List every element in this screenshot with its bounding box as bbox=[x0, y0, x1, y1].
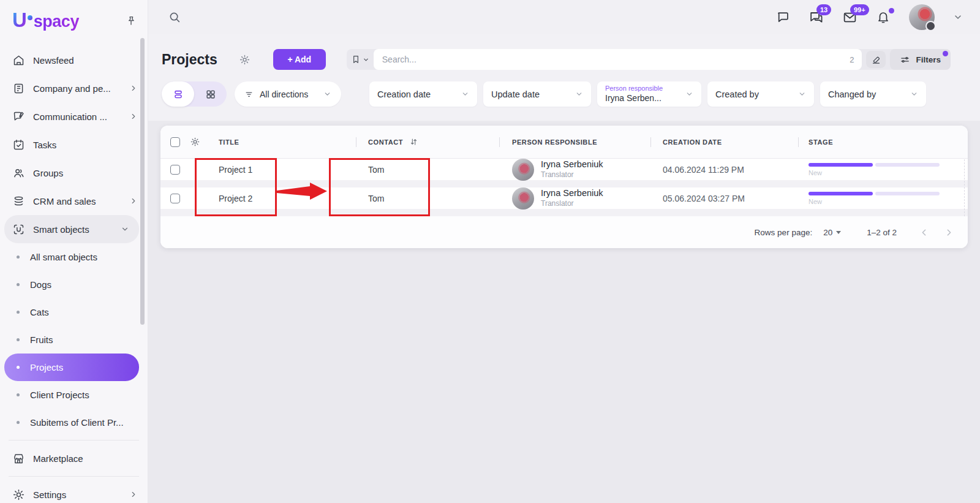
sidebar-subitem-cats[interactable]: Cats bbox=[0, 298, 148, 326]
stage-bars bbox=[809, 192, 940, 195]
sidebar-item-smart-objects[interactable]: Smart objects bbox=[4, 215, 139, 243]
chevron-down-icon bbox=[121, 225, 129, 233]
feedback-button[interactable] bbox=[775, 10, 790, 25]
saved-filters-button[interactable] bbox=[347, 55, 374, 64]
person-info: Iryna Serbeniuk Translator bbox=[541, 187, 603, 208]
sidebar-item-label: Newsfeed bbox=[33, 55, 74, 66]
stage-label: New bbox=[809, 169, 940, 176]
select-all-checkbox[interactable] bbox=[170, 137, 180, 147]
table-row[interactable]: Project 2 Tom Iryna Serbeniuk Translator… bbox=[160, 187, 968, 216]
sidebar-subitem-label: Fruits bbox=[30, 335, 53, 345]
directions-label: All directions bbox=[260, 89, 308, 99]
sidebar-item-company-and-people[interactable]: Company and pe... bbox=[0, 74, 148, 102]
rows-per-page-select[interactable]: 20 bbox=[823, 228, 841, 237]
grid-view-icon bbox=[205, 88, 217, 100]
column-header-title[interactable]: TITLE bbox=[212, 126, 356, 158]
grid-view-button[interactable] bbox=[194, 81, 227, 107]
next-page-button[interactable] bbox=[944, 227, 954, 238]
sidebar-item-groups[interactable]: Groups bbox=[0, 159, 148, 187]
sidebar-item-newsfeed[interactable]: Newsfeed bbox=[0, 46, 148, 74]
bullet-icon bbox=[17, 255, 20, 259]
pagination-range: 1–2 of 2 bbox=[867, 228, 897, 237]
user-avatar[interactable] bbox=[909, 4, 935, 30]
row-cell-spacer bbox=[190, 187, 212, 209]
divider bbox=[9, 440, 139, 441]
sidebar-item-tasks[interactable]: Tasks bbox=[0, 130, 148, 159]
sidebar-item-settings[interactable]: Settings bbox=[0, 480, 148, 503]
global-search-button[interactable] bbox=[168, 10, 181, 24]
sidebar-subitem-label: Client Projects bbox=[30, 390, 89, 400]
row-cell-creation-date: 05.06.2024 03:27 PM bbox=[650, 187, 798, 209]
bookmark-icon bbox=[351, 55, 361, 64]
row-cell-stage[interactable]: New bbox=[798, 159, 968, 180]
sidebar-subitem-client-projects[interactable]: Client Projects bbox=[0, 381, 148, 409]
table-row[interactable]: Project 1 Tom Iryna Serbeniuk Translator… bbox=[160, 159, 968, 187]
sidebar-subitem-fruits[interactable]: Fruits bbox=[0, 326, 148, 354]
column-header-person-responsible[interactable]: PERSON RESPONSIBLE bbox=[499, 126, 650, 158]
chip-label: Changed by bbox=[828, 89, 876, 99]
messenger-button[interactable]: 13 bbox=[809, 10, 824, 25]
column-settings-button[interactable] bbox=[190, 137, 200, 147]
sidebar-item-communication[interactable]: Communication ... bbox=[0, 102, 148, 130]
header-cell-settings bbox=[190, 126, 212, 158]
filter-chip-person-responsible[interactable]: Person responsible Iryna Serben... bbox=[597, 81, 701, 107]
logo-dot bbox=[28, 15, 32, 20]
uspacy-logo[interactable]: U spacy bbox=[12, 10, 79, 31]
filters-button[interactable]: Filters bbox=[890, 49, 951, 70]
previous-page-button[interactable] bbox=[919, 227, 929, 238]
column-header-stage[interactable]: STAGE bbox=[798, 126, 968, 158]
messenger-badge: 13 bbox=[816, 4, 831, 15]
pin-sidebar-button[interactable] bbox=[126, 15, 137, 26]
row-cell-contact[interactable]: Tom bbox=[356, 159, 499, 180]
filter-chip-changed-by[interactable]: Changed by bbox=[820, 81, 926, 107]
mail-button[interactable]: 99+ bbox=[842, 10, 858, 25]
page-settings-button[interactable] bbox=[239, 54, 251, 66]
search-input[interactable] bbox=[374, 55, 862, 64]
row-cell-select bbox=[160, 159, 190, 180]
bullet-icon bbox=[17, 338, 20, 341]
filters-label: Filters bbox=[916, 55, 941, 64]
table-row-content: Project 2 Tom Iryna Serbeniuk Translator… bbox=[160, 187, 968, 209]
column-header-contact[interactable]: CONTACT bbox=[356, 126, 499, 158]
row-cell-stage[interactable]: New bbox=[798, 187, 968, 209]
stage-bar-track bbox=[875, 192, 940, 195]
add-button[interactable]: + Add bbox=[273, 49, 326, 70]
row-checkbox[interactable] bbox=[170, 194, 180, 203]
chevron-left-icon bbox=[919, 227, 929, 238]
main-area: 13 99+ Projects bbox=[148, 0, 980, 503]
sidebar-subitem-all-smart-objects[interactable]: All smart objects bbox=[0, 243, 148, 271]
filter-chip-update-date[interactable]: Update date bbox=[483, 81, 591, 107]
row-cell-title[interactable]: Project 1 bbox=[212, 159, 356, 180]
sidebar-nav: Newsfeed Company and pe... Communication… bbox=[0, 37, 148, 503]
page-title: Projects bbox=[162, 51, 217, 68]
row-checkbox[interactable] bbox=[170, 165, 180, 175]
chip-content: Person responsible Iryna Serben... bbox=[605, 85, 663, 104]
chip-label: Created by bbox=[715, 89, 759, 99]
clear-search-button[interactable] bbox=[866, 51, 886, 68]
stage-bar-filled bbox=[809, 163, 873, 167]
chevron-right-icon bbox=[129, 84, 138, 93]
sidebar-item-crm-and-sales[interactable]: CRM and sales bbox=[0, 187, 148, 215]
notifications-button[interactable] bbox=[876, 10, 891, 25]
row-cell-person[interactable]: Iryna Serbeniuk Translator bbox=[499, 187, 650, 209]
caret-down-icon bbox=[836, 231, 841, 234]
list-view-button[interactable] bbox=[162, 81, 194, 107]
search-result-count: 2 bbox=[850, 55, 854, 64]
directions-select[interactable]: All directions bbox=[235, 81, 341, 107]
filter-chip-created-by[interactable]: Created by bbox=[707, 81, 814, 107]
sidebar-subitem-label: Projects bbox=[30, 362, 63, 373]
sidebar-subitem-dogs[interactable]: Dogs bbox=[0, 271, 148, 298]
sidebar-subitem-projects[interactable]: Projects bbox=[4, 354, 139, 381]
sidebar-scrollbar[interactable] bbox=[140, 38, 145, 325]
row-cell-person[interactable]: Iryna Serbeniuk Translator bbox=[499, 159, 650, 180]
column-header-creation-date[interactable]: CREATION DATE bbox=[650, 126, 798, 158]
funnel-lines-icon bbox=[244, 89, 254, 99]
filter-chip-creation-date[interactable]: Creation date bbox=[369, 81, 477, 107]
app-window: U spacy Newsfeed Company and pe... bbox=[0, 0, 980, 503]
sidebar-item-marketplace[interactable]: Marketplace bbox=[0, 444, 148, 472]
profile-menu-button[interactable] bbox=[953, 12, 963, 22]
chip-label: Update date bbox=[491, 89, 540, 99]
sidebar-subitem-subitems-of-client-projects[interactable]: Subitems of Client Pr... bbox=[0, 409, 148, 436]
row-cell-contact[interactable]: Tom bbox=[356, 187, 499, 209]
row-cell-title[interactable]: Project 2 bbox=[212, 187, 356, 209]
